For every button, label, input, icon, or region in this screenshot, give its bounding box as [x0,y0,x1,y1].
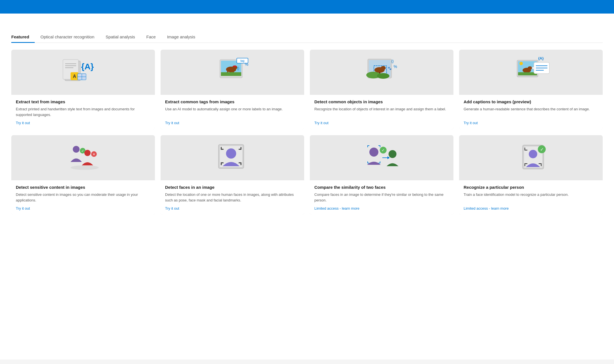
card-detect-objects-image: {} % 🐾 [310,50,453,95]
card-extract-text-desc: Extract printed and handwritten style te… [16,106,150,117]
card-add-captions-title: Add captions to images (preview) [464,99,598,104]
card-detect-objects-content: Detect common objects in images Recogniz… [310,95,453,130]
card-add-captions-image: {A} [459,50,603,95]
svg-point-15 [233,65,237,67]
card-extract-tags-image: tag % {} [161,50,304,95]
svg-point-32 [377,73,389,79]
card-detect-sensitive-content: Detect sensitive content in images Detec… [11,180,155,215]
detect-faces-icon [210,139,255,176]
svg-point-66 [529,150,537,158]
card-compare-faces-content: Compare the similarity of two faces Comp… [310,180,453,215]
svg-text:🐾: 🐾 [388,66,392,70]
tab-spatial[interactable]: Spatial analysis [100,32,141,43]
svg-point-51 [84,150,91,156]
svg-point-48 [73,146,80,153]
tab-featured[interactable]: Featured [11,32,35,43]
card-detect-sensitive-desc: Detect sensitive content in images so yo… [16,192,150,203]
card-recognize-person-content: Recognize a particular person Train a fa… [459,180,603,215]
svg-point-61 [389,150,396,158]
breadcrumb [0,14,614,20]
svg-marker-60 [387,156,390,159]
svg-text:%: % [245,62,248,67]
card-detect-faces-title: Detect faces in an image [165,185,300,190]
extract-text-icon: A {A} [61,54,106,91]
tabs-container: Featured Optical character recognition S… [11,32,603,43]
card-detect-sensitive-title: Detect sensitive content in images [16,185,150,190]
svg-text:{A}: {A} [538,56,544,60]
card-extract-tags: tag % {} Extract common tags from images… [161,50,304,130]
svg-text:{}: {} [237,66,239,70]
card-extract-text: A {A} Extract text from images Extract p… [11,50,155,130]
card-detect-sensitive-link[interactable]: Try it out [16,206,150,210]
card-detect-sensitive: ✓ ✕ Detect sensitive content in images D… [11,135,155,215]
card-extract-text-link[interactable]: Try it out [16,121,150,125]
cards-row-2: ✓ ✕ Detect sensitive content in images D… [11,135,603,215]
card-extract-tags-link[interactable]: Try it out [165,121,300,125]
compare-faces-icon: ✓ [359,139,404,176]
detect-sensitive-icon: ✓ ✕ [61,139,106,176]
card-compare-faces-desc: Compare faces in an image to determine i… [314,192,449,203]
card-add-captions-link[interactable]: Try it out [464,121,598,125]
svg-text:%: % [393,64,397,69]
svg-text:{A}: {A} [81,62,94,71]
card-add-captions-content: Add captions to images (preview) Generat… [459,95,603,130]
tab-ocr[interactable]: Optical character recognition [35,32,100,43]
card-recognize-person-image: ✓ [459,135,603,180]
add-captions-icon: {A} [508,54,554,91]
card-extract-tags-desc: Use an AI model to automatically assign … [165,106,300,117]
card-detect-faces: Detect faces in an image Detect the loca… [161,135,304,215]
svg-rect-19 [221,72,241,76]
card-add-captions-desc: Generate a human-readable sentence that … [464,106,598,117]
extract-tags-icon: tag % {} [210,54,255,91]
svg-text:{}: {} [391,59,394,63]
card-extract-text-title: Extract text from images [16,99,150,104]
card-extract-tags-title: Extract common tags from images [165,99,300,104]
card-compare-faces-title: Compare the similarity of two faces [314,185,449,190]
app-header [0,0,614,14]
card-detect-objects: {} % 🐾 Detect common objects in images R… [310,50,453,130]
svg-text:A: A [73,74,76,79]
svg-text:✓: ✓ [381,148,385,152]
card-recognize-person-link[interactable]: Limited access - learn more [464,206,598,210]
card-add-captions: {A} Add captions to images (preview) Gen… [459,50,603,130]
recognize-person-icon: ✓ [508,139,554,176]
card-detect-faces-link[interactable]: Try it out [165,206,300,210]
card-extract-text-image: A {A} [11,50,155,95]
svg-point-57 [226,148,236,159]
card-compare-faces-image: ✓ [310,135,453,180]
svg-point-54 [71,165,99,170]
svg-point-58 [369,148,378,157]
svg-text:✓: ✓ [540,147,543,152]
svg-text:✓: ✓ [81,149,84,153]
card-detect-objects-desc: Recognize the location of objects of int… [314,106,449,117]
card-detect-objects-link[interactable]: Try it out [314,121,449,125]
card-detect-sensitive-image: ✓ ✕ [11,135,155,180]
card-detect-faces-content: Detect faces in an image Detect the loca… [161,180,304,215]
card-recognize-person-desc: Train a face identification model to rec… [464,192,598,203]
svg-text:✕: ✕ [93,152,95,156]
card-extract-text-content: Extract text from images Extract printed… [11,95,155,130]
tab-image-analysis[interactable]: Image analysis [161,32,201,43]
card-extract-tags-content: Extract common tags from images Use an A… [161,95,304,130]
detect-objects-icon: {} % 🐾 [359,54,404,91]
card-compare-faces-link[interactable]: Limited access - learn more [314,206,449,210]
card-detect-objects-title: Detect common objects in images [314,99,449,104]
card-compare-faces: ✓ Compare the similarity of two faces Co… [310,135,453,215]
card-detect-faces-desc: Detect the location of one or more human… [165,192,300,203]
svg-point-40 [519,62,523,65]
card-recognize-person: ✓ Recognize a particular person Train a … [459,135,603,215]
main-content: Featured Optical character recognition S… [0,20,614,359]
tab-face[interactable]: Face [141,32,161,43]
svg-text:tag: tag [240,59,244,62]
card-recognize-person-title: Recognize a particular person [464,185,598,190]
card-detect-faces-image [161,135,304,180]
cards-row-1: A {A} Extract text from images Extract p… [11,50,603,130]
svg-point-27 [381,66,386,70]
